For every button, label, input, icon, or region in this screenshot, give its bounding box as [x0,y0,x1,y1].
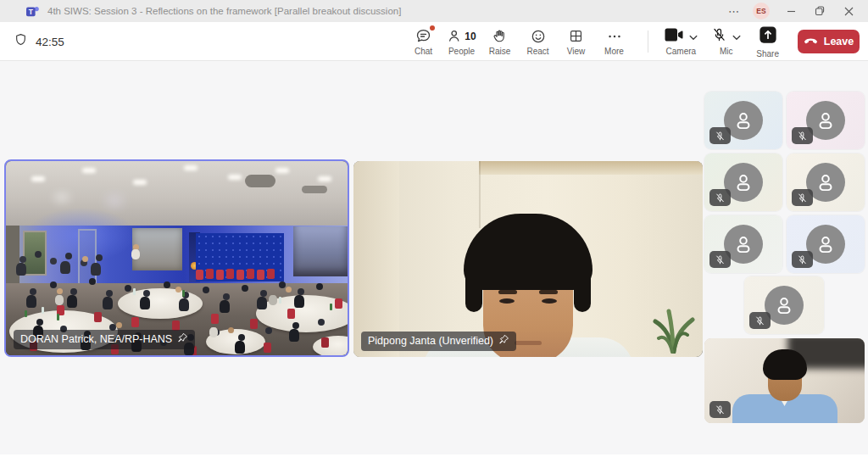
react-smiley-icon [530,27,547,45]
chat-button-label: Chat [415,47,432,56]
mic-chevron-down-icon[interactable] [732,29,741,44]
mic-muted-badge [749,312,771,329]
person-mouth [515,341,542,345]
svg-text:T: T [29,7,34,15]
toolbar-device-buttons: Camera Mic Share Leave [648,22,860,61]
people-button-label: People [448,47,475,56]
camera-button-label: Camera [666,47,697,56]
projection-screen-left [132,228,181,270]
more-ellipsis-icon [606,27,623,45]
participant-name: Pidpong Janta (Unverified) [368,335,493,348]
toolbar-divider [648,31,648,53]
meeting-toolbar: 42:55 Chat 10 People Raise [0,22,868,61]
pin-icon [498,334,509,348]
person-eyebrow [539,290,558,294]
window-titlebar: T 4th SIWS: Session 3 - Reflections on t… [0,0,868,22]
participant-name-tag: DORAN Patrick, NEA/RP-HANS [14,330,195,349]
wall-molding [479,161,703,175]
security-shield-icon [14,32,28,51]
more-button-label: More [604,47,624,56]
more-button[interactable]: More [595,22,633,61]
person-eye [499,298,515,304]
people-button[interactable]: 10 People [442,22,481,61]
mic-muted-badge [792,251,813,268]
participant-name: DORAN Patrick, NEA/RP-HANS [20,333,172,346]
view-button[interactable]: View [557,22,595,61]
raise-hand-icon [492,27,508,45]
account-badge[interactable]: ES [753,3,770,20]
round-table [313,336,349,357]
share-button[interactable]: Share [748,22,787,61]
minimize-button[interactable] [776,0,805,22]
projection-screen-right [293,226,348,277]
view-button-label: View [567,47,586,56]
mic-muted-icon [711,26,727,47]
chat-icon [415,27,432,45]
chat-button[interactable]: Chat [404,22,442,61]
person-hair [763,349,807,380]
room-door [78,229,97,285]
participant-tile[interactable] [704,215,782,273]
people-count: 10 [465,31,476,42]
room-window [23,231,47,276]
camera-button[interactable]: Camera [657,22,704,61]
mic-muted-badge [792,127,813,144]
participant-video-tile[interactable] [704,338,865,423]
person-hair [464,214,593,290]
share-screen-icon [759,25,777,47]
participant-tile[interactable] [787,92,865,149]
person-eye [542,298,557,304]
maximize-button[interactable] [805,0,834,22]
leave-hangup-icon [804,36,818,47]
raise-button[interactable]: Raise [481,22,519,61]
houseplant [648,301,698,357]
participant-tile[interactable] [704,153,782,211]
react-button[interactable]: React [519,22,557,61]
participant-tile[interactable] [787,215,865,273]
press-backdrop [196,233,285,281]
meeting-timer: 42:55 [36,36,64,48]
ceiling-projector [245,175,275,187]
mic-muted-badge [792,189,813,206]
mic-button[interactable]: Mic [704,22,748,61]
participant-tile[interactable] [787,153,865,211]
round-table [256,295,349,332]
camera-icon [664,27,684,46]
mic-muted-badge [709,189,731,206]
person-eyebrow [498,290,517,294]
participant-name-tag: Pidpong Janta (Unverified) [361,332,516,351]
mic-button-label: Mic [720,47,733,56]
meeting-stage: DORAN Patrick, NEA/RP-HANS Pidpong Janta… [0,61,868,454]
round-table [206,329,265,354]
pin-icon [177,332,188,347]
react-button-label: React [526,47,548,56]
view-grid-icon [568,27,584,45]
webcam-video [353,161,703,357]
round-table [118,288,203,319]
mic-muted-badge [709,401,731,418]
people-icon: 10 [447,27,476,45]
meeting-timer-group: 42:55 [14,22,64,61]
camera-chevron-down-icon[interactable] [689,29,698,44]
close-button[interactable] [834,0,863,22]
window-curtain [6,226,19,286]
window-title: 4th SIWS: Session 3 - Reflections on the… [47,6,401,16]
participant-tile[interactable] [704,92,782,149]
chat-notification-dot [430,25,435,31]
wall-corner-shadow [479,161,481,228]
mic-muted-badge [709,251,731,268]
wall-left-panel [353,161,399,357]
participant-tile[interactable] [744,276,824,334]
leave-button[interactable]: Leave [798,30,860,53]
titlebar-more-button[interactable]: ⋯ [722,5,746,18]
mic-muted-badge [709,127,731,144]
teams-logo-icon: T [25,4,40,19]
share-button-label: Share [756,49,779,59]
pinned-video-tile-webcam[interactable]: Pidpong Janta (Unverified) [353,161,703,357]
conference-room-video [6,161,348,355]
table-bottles [6,161,8,168]
raise-button-label: Raise [489,47,511,56]
leave-button-label: Leave [824,36,854,47]
toolbar-center-buttons: Chat 10 People Raise React View [404,22,633,61]
pinned-video-tile-conference-room[interactable]: DORAN Patrick, NEA/RP-HANS [4,159,349,357]
